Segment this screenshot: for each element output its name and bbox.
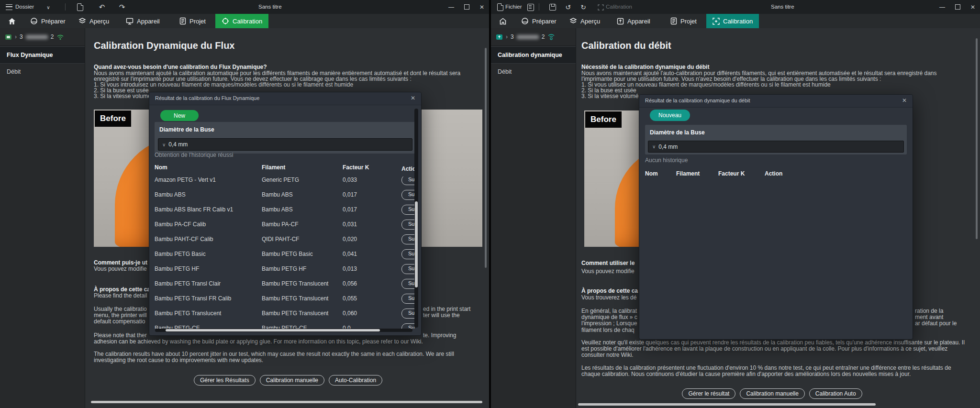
delete-button[interactable]: Su — [401, 205, 416, 215]
dialog-vertical-scrollbar[interactable] — [414, 109, 418, 328]
manual-calibration-button[interactable]: Calibration manuelle — [740, 388, 804, 399]
dialog-horizontal-scrollbar[interactable] — [155, 329, 412, 332]
delete-button[interactable]: Su — [401, 176, 416, 185]
horizontal-scrollbar[interactable] — [578, 403, 876, 406]
minimize-button[interactable]: — — [935, 0, 949, 14]
delete-button[interactable]: Su — [401, 323, 416, 329]
close-button[interactable]: ✕ — [966, 0, 980, 14]
manual-calibration-button[interactable]: Calibration manuelle — [260, 375, 324, 386]
history-status: Obtention de l'historique réussi — [155, 152, 233, 158]
table-row: Amazon PETG - Vert v1Generic PETG0,033Su — [155, 176, 416, 186]
horizontal-scrollbar[interactable] — [91, 401, 482, 403]
tab-calibration[interactable]: Calibration — [215, 14, 268, 28]
tab-device[interactable]: Appareil — [611, 14, 657, 28]
nozzle-diameter-dropdown[interactable]: ∨ 0,4 mm — [158, 138, 412, 151]
new-calibration-button[interactable]: Nouveau — [650, 110, 690, 121]
sidebar-item-dynamic-calibration[interactable]: Calibration dynamique — [491, 46, 576, 64]
undo-icon[interactable]: ↶ — [98, 3, 106, 11]
dialog-vertical-scrollbar-thumb[interactable] — [415, 201, 418, 287]
table-row: Bambu PETG Transl ClairBambu PETG Transl… — [155, 280, 416, 290]
column-header-action: Action — [765, 170, 782, 177]
dialog-titlebar: Résultat de la calibration du Flux Dynam… — [149, 92, 421, 105]
tab-device[interactable]: Appareil — [120, 14, 166, 28]
maximize-button[interactable] — [950, 0, 965, 14]
save-icon[interactable] — [548, 3, 557, 11]
dialog-close-icon[interactable]: ✕ — [411, 95, 415, 101]
redo-icon[interactable]: ↷ — [118, 3, 126, 11]
tab-preview[interactable]: Aperçu — [563, 14, 606, 28]
body-line: Usually the calibratio — [94, 306, 147, 312]
body-line: Vous pouvez modifie — [94, 265, 147, 272]
tab-prepare[interactable]: Préparer — [24, 14, 72, 28]
delete-button[interactable]: Su — [401, 309, 416, 319]
device-selector[interactable]: › 3 2 — [491, 28, 576, 46]
project-icon — [670, 17, 677, 25]
body-line: ment avant — [915, 314, 943, 320]
body-line: default compensatio — [94, 318, 145, 325]
menu-hamburger-icon[interactable] — [5, 3, 13, 11]
file-menu[interactable]: Fichier — [505, 4, 522, 10]
preview-layers-icon — [569, 17, 577, 25]
chevron-down-icon[interactable]: ∨ — [44, 3, 53, 11]
column-header-kfactor: Facteur K — [343, 164, 369, 171]
undo-icon[interactable]: ↺ — [564, 3, 572, 11]
device-selector[interactable]: › 3 2 — [0, 28, 85, 46]
vertical-scrollbar[interactable] — [976, 38, 978, 239]
delete-button[interactable]: Su — [401, 190, 416, 200]
vertical-scrollbar[interactable] — [485, 48, 487, 268]
tab-prepare[interactable]: Préparer — [515, 14, 563, 28]
auto-calibration-button[interactable]: Calibration Auto — [809, 388, 862, 399]
tab-project[interactable]: Projet — [664, 14, 703, 28]
wifi-icon — [547, 33, 555, 40]
prepare-icon — [521, 17, 529, 25]
device-name-end: 2 — [51, 33, 54, 40]
tab-project[interactable]: Projet — [173, 14, 212, 28]
new-file-icon[interactable] — [76, 3, 84, 11]
delete-button[interactable]: Su — [401, 249, 416, 259]
minimize-button[interactable]: — — [444, 0, 458, 14]
tab-calibration[interactable]: Calibration — [706, 14, 759, 28]
list-icon[interactable] — [526, 3, 535, 11]
divider — [65, 3, 66, 11]
delete-button[interactable]: Su — [401, 234, 416, 244]
tab-preview[interactable]: Aperçu — [72, 14, 115, 28]
delete-button[interactable]: Su — [401, 220, 416, 230]
redo-icon[interactable]: ↻ — [579, 3, 588, 11]
list-item-3: 3. Si la vitesse volumé — [94, 93, 151, 99]
column-header-filament: Filament — [262, 164, 285, 171]
body-line: te. Improving — [423, 332, 456, 339]
body-line: l'impression ; Lorsque — [581, 320, 637, 327]
device-icon — [126, 18, 134, 25]
file-icon[interactable] — [496, 3, 504, 11]
auto-calibration-button[interactable]: Auto-Calibration — [329, 375, 382, 386]
body-line: Vous pouvez modifie — [581, 268, 635, 275]
prepare-icon — [30, 17, 38, 25]
body-line: Vous trouverez les dé — [581, 294, 636, 301]
manage-results-button[interactable]: Gérer les Résultats — [194, 375, 256, 386]
section-heading-need: Nécessité de la calibration dynamique du… — [581, 64, 709, 70]
manage-result-button[interactable]: Gérer le résultat — [682, 388, 735, 399]
section-heading-when: Quand avez-vous besoin d'une calibration… — [94, 64, 267, 70]
body-line: En général, la calibrat — [581, 308, 637, 314]
tab-bar: Préparer Aperçu Appareil Projet Calibrat… — [491, 14, 980, 28]
nozzle-diameter-label: Diamètre de la Buse — [650, 129, 705, 136]
table-row: Bambu PETG Transl FR CalibBambu PETG Tra… — [155, 295, 416, 305]
home-icon[interactable] — [3, 14, 21, 28]
home-icon[interactable] — [494, 14, 512, 28]
body-line: Veuillez noter qu'il existe quelques cas… — [581, 339, 965, 346]
dialog-horizontal-scrollbar-thumb[interactable] — [166, 329, 380, 331]
close-button[interactable]: ✕ — [475, 0, 489, 14]
sidebar-item-dynamic-flow[interactable]: Flux Dynamique — [0, 46, 85, 64]
breadcrumb-arrow: › — [15, 33, 17, 40]
sidebar-item-flow-rate[interactable]: Débit — [491, 64, 576, 80]
maximize-button[interactable] — [459, 0, 474, 14]
delete-button[interactable]: Su — [401, 294, 416, 304]
file-menu[interactable]: Dossier — [15, 4, 34, 10]
dialog-close-icon[interactable]: ✕ — [902, 97, 907, 104]
delete-button[interactable]: Su — [401, 264, 416, 274]
sidebar-item-flow-rate[interactable]: Débit — [0, 64, 85, 80]
document-title: Sans titre — [771, 4, 794, 10]
new-calibration-button[interactable]: New — [160, 110, 199, 121]
delete-button[interactable]: Su — [401, 279, 416, 289]
nozzle-diameter-dropdown[interactable]: ∨ 0,4 mm — [648, 141, 904, 153]
